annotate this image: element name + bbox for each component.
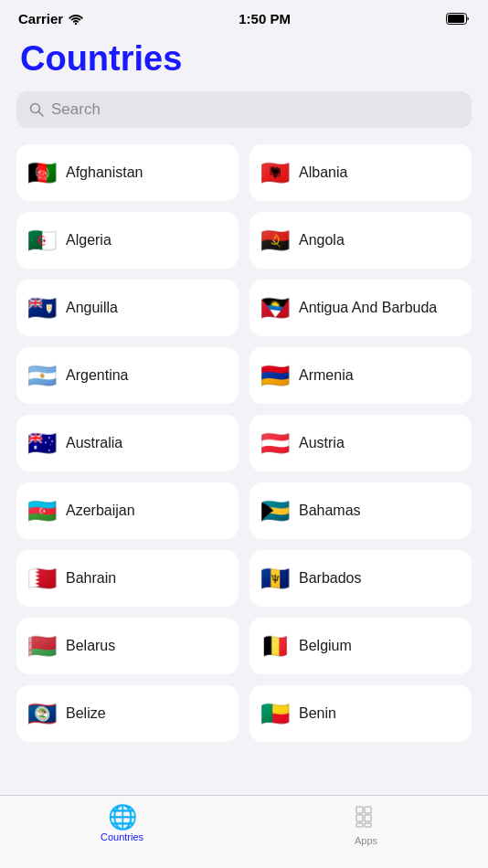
flag-emoji: 🇩🇿 xyxy=(27,228,57,252)
tab-countries-label: Countries xyxy=(101,831,143,842)
flag-emoji: 🇦🇺 xyxy=(27,431,57,455)
svg-rect-6 xyxy=(365,807,371,813)
country-card[interactable]: 🇦🇬Antigua And Barbuda xyxy=(249,280,472,336)
page-content: Countries 🇦🇫Afghanistan🇦🇱Albania🇩🇿Algeri… xyxy=(0,30,488,815)
flag-emoji: 🇦🇲 xyxy=(260,364,290,387)
flag-emoji: 🇦🇱 xyxy=(260,161,290,185)
svg-point-0 xyxy=(75,22,77,24)
flag-emoji: 🇦🇫 xyxy=(27,161,57,185)
country-card[interactable]: 🇦🇷Argentina xyxy=(16,347,239,404)
status-bar: Carrier 1:50 PM xyxy=(0,0,488,30)
globe-icon: 🌐 xyxy=(108,805,137,829)
svg-line-4 xyxy=(39,112,44,117)
search-bar[interactable] xyxy=(16,91,472,128)
country-name: Angola xyxy=(299,231,345,249)
country-card[interactable]: 🇦🇮Anguilla xyxy=(16,280,239,336)
flag-emoji: 🇦🇮 xyxy=(27,296,57,320)
flag-emoji: 🇧🇧 xyxy=(260,566,290,590)
status-time: 1:50 PM xyxy=(239,11,291,26)
countries-grid: 🇦🇫Afghanistan🇦🇱Albania🇩🇿Algeria🇦🇴Angola🇦… xyxy=(16,144,472,742)
country-card[interactable]: 🇧🇪Belgium xyxy=(249,618,472,674)
country-name: Australia xyxy=(66,434,122,451)
country-name: Benin xyxy=(299,704,336,722)
country-card[interactable]: 🇧🇿Belize xyxy=(16,685,239,742)
country-name: Armenia xyxy=(299,366,354,384)
svg-rect-7 xyxy=(356,815,363,821)
flag-emoji: 🇧🇯 xyxy=(260,702,290,725)
flag-emoji: 🇧🇭 xyxy=(27,566,57,590)
svg-rect-10 xyxy=(365,823,371,827)
carrier-label: Carrier xyxy=(18,11,63,26)
country-card[interactable]: 🇦🇹Austria xyxy=(249,415,472,471)
country-card[interactable]: 🇧🇭Bahrain xyxy=(16,550,239,607)
country-card[interactable]: 🇧🇯Benin xyxy=(249,685,472,742)
country-card[interactable]: 🇦🇱Albania xyxy=(249,144,472,201)
search-input[interactable] xyxy=(51,101,459,119)
country-name: Azerbaijan xyxy=(66,502,135,519)
country-card[interactable]: 🇧🇸Bahamas xyxy=(249,482,472,539)
flag-emoji: 🇦🇬 xyxy=(260,296,290,320)
tab-apps[interactable]: Apps xyxy=(244,805,488,846)
country-name: Argentina xyxy=(66,366,129,384)
svg-rect-5 xyxy=(356,807,363,813)
flag-emoji: 🇧🇪 xyxy=(260,634,290,658)
wifi-icon xyxy=(69,14,83,25)
flag-emoji: 🇧🇸 xyxy=(260,499,290,523)
country-name: Anguilla xyxy=(66,299,118,316)
country-card[interactable]: 🇩🇿Algeria xyxy=(16,212,239,269)
country-card[interactable]: 🇦🇺Australia xyxy=(16,415,239,471)
country-name: Bahamas xyxy=(299,502,361,519)
country-card[interactable]: 🇧🇧Barbados xyxy=(249,550,472,607)
country-name: Belize xyxy=(66,704,106,722)
country-name: Bahrain xyxy=(66,569,116,587)
country-card[interactable]: 🇧🇾Belarus xyxy=(16,618,239,674)
svg-rect-8 xyxy=(365,815,371,821)
status-right xyxy=(446,13,470,25)
country-card[interactable]: 🇦🇲Armenia xyxy=(249,347,472,404)
tab-apps-label: Apps xyxy=(355,835,377,846)
battery-icon xyxy=(446,13,470,25)
status-left: Carrier xyxy=(18,11,83,26)
flag-emoji: 🇧🇾 xyxy=(27,634,57,658)
country-card[interactable]: 🇦🇿Azerbaijan xyxy=(16,482,239,539)
country-card[interactable]: 🇦🇫Afghanistan xyxy=(16,144,239,201)
country-name: Antigua And Barbuda xyxy=(299,299,437,316)
flag-emoji: 🇧🇿 xyxy=(27,702,57,725)
search-icon xyxy=(29,102,44,117)
svg-rect-9 xyxy=(356,823,363,827)
apps-icon xyxy=(355,805,378,832)
country-card[interactable]: 🇦🇴Angola xyxy=(249,212,472,269)
country-name: Austria xyxy=(299,434,345,451)
tab-bar: 🌐 Countries Apps xyxy=(0,795,488,868)
country-name: Algeria xyxy=(66,231,111,249)
flag-emoji: 🇦🇿 xyxy=(27,499,57,523)
flag-emoji: 🇦🇷 xyxy=(27,364,57,387)
svg-rect-2 xyxy=(448,15,464,23)
country-name: Belgium xyxy=(299,637,352,654)
country-name: Barbados xyxy=(299,569,362,587)
country-name: Belarus xyxy=(66,637,115,654)
country-name: Afghanistan xyxy=(66,164,143,181)
flag-emoji: 🇦🇹 xyxy=(260,431,290,455)
page-title: Countries xyxy=(16,39,472,79)
country-name: Albania xyxy=(299,164,347,181)
flag-emoji: 🇦🇴 xyxy=(260,228,290,252)
tab-countries[interactable]: 🌐 Countries xyxy=(0,805,244,842)
